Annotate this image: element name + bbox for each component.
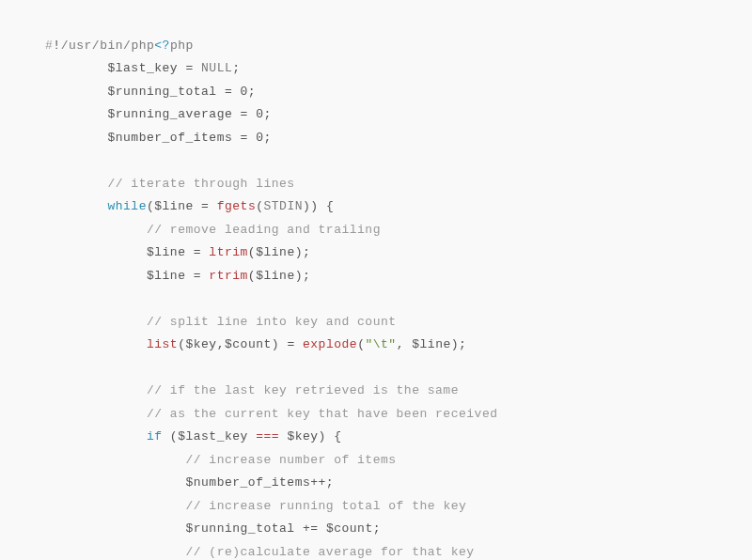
code-line: // iterate through lines (45, 177, 295, 191)
semi: ; (248, 85, 256, 99)
comment: // increase running total of the key (185, 499, 466, 513)
var: $number_of_items (107, 131, 232, 145)
op: = (232, 131, 256, 145)
var: $number_of_items (185, 475, 310, 490)
comma: , (217, 337, 225, 351)
op: = (185, 245, 209, 259)
code-line: // if the last key retrieved is the same (45, 383, 459, 397)
op: = (232, 107, 256, 121)
var: $count (326, 521, 373, 536)
paren: ( (256, 199, 263, 213)
paren-brace: ) { (319, 429, 342, 443)
blank-line (45, 291, 53, 305)
paren: ( (163, 429, 179, 443)
fn-explode: explode (303, 337, 357, 351)
path-php: php (131, 39, 154, 53)
comment: // increase number of items (185, 453, 396, 467)
paren: ( (248, 245, 256, 259)
fn-list: list (147, 337, 178, 351)
code-line: list($key,$count) = explode("\t", $line)… (45, 337, 466, 351)
comma: , (397, 337, 413, 351)
op: = (185, 269, 209, 283)
var: $key (287, 429, 318, 443)
var: $last_key (178, 429, 248, 443)
null-literal: NULL (201, 61, 232, 75)
code-line: $number_of_items = 0; (45, 131, 272, 145)
var: $line (154, 199, 194, 213)
code-line: $line = ltrim($line); (45, 245, 310, 259)
code-line: // (re)calculate average for that key (45, 545, 475, 559)
code-line: #!/usr/bin/php<?php (45, 39, 194, 53)
var: $count (225, 337, 272, 351)
var: $line (412, 337, 451, 351)
code-line: // increase number of items (45, 453, 397, 467)
paren-semi: ); (295, 245, 311, 259)
blank-line (45, 153, 53, 167)
code-line: $running_total = 0; (45, 85, 256, 99)
space (248, 429, 256, 443)
path-usr: usr (69, 39, 92, 53)
string-tab: "\t" (365, 337, 396, 351)
var: $line (147, 269, 186, 283)
paren: ( (147, 199, 154, 213)
code-block: #!/usr/bin/php<?php $last_key = NULL; $r… (0, 0, 752, 560)
code-line: while($line = fgets(STDIN)) { (45, 199, 334, 213)
kw-if: if (147, 429, 163, 443)
var: $last_key (107, 61, 178, 75)
shebang-bang: ! (53, 39, 60, 53)
op: = (178, 61, 201, 75)
paren: ) (272, 337, 279, 351)
code-line: $running_total += $count; (45, 521, 381, 536)
comment: // if the last key retrieved is the same (147, 383, 459, 397)
op: = (194, 199, 217, 213)
comment: // remove leading and trailing (147, 223, 381, 237)
op-incr: ++; (310, 475, 334, 490)
var: $line (256, 269, 295, 283)
php-open: <? (154, 39, 170, 53)
code-line: if ($last_key === $key) { (45, 429, 342, 443)
semi: ; (373, 521, 381, 536)
paren-semi: ); (295, 269, 311, 283)
paren: ( (248, 269, 256, 283)
op: = (217, 85, 241, 99)
var: $line (256, 245, 295, 259)
paren-semi: ); (451, 337, 467, 351)
code-line: $last_key = NULL; (45, 61, 241, 75)
blank-line (45, 361, 53, 375)
path-bin: bin (100, 39, 123, 53)
comment: // split line into key and count (147, 315, 397, 329)
paren: )) (303, 199, 319, 213)
brace: { (319, 199, 335, 213)
comment: // iterate through lines (107, 177, 294, 191)
var: $running_total (185, 521, 294, 536)
kw-while: while (107, 199, 147, 213)
path-sep: / (92, 39, 100, 53)
semi: ; (263, 107, 271, 121)
code-line: // remove leading and trailing (45, 223, 381, 237)
fn-fgets: fgets (217, 199, 257, 213)
code-line: // as the current key that have been rec… (45, 407, 497, 421)
var: $key (185, 337, 216, 351)
var: $running_average (107, 107, 232, 121)
fn-ltrim: ltrim (209, 245, 248, 259)
code-line: // split line into key and count (45, 315, 397, 329)
code-line: $number_of_items++; (45, 475, 334, 490)
code-line: $running_average = 0; (45, 107, 272, 121)
php-word: php (170, 39, 194, 53)
op: = (279, 337, 303, 351)
semi: ; (232, 61, 240, 75)
code-line: // increase running total of the key (45, 499, 466, 513)
num: 0 (241, 85, 248, 99)
comment: // as the current key that have been rec… (147, 407, 498, 421)
comment: // (re)calculate average for that key (185, 545, 474, 559)
stdin-const: STDIN (264, 199, 304, 213)
op: += (295, 521, 326, 536)
op-identity: === (256, 429, 279, 443)
var: $line (147, 245, 186, 259)
var: $running_total (107, 85, 216, 99)
path-sep: / (61, 39, 69, 53)
semi: ; (263, 131, 271, 145)
fn-rtrim: rtrim (209, 269, 248, 283)
code-line: $line = rtrim($line); (45, 269, 310, 283)
